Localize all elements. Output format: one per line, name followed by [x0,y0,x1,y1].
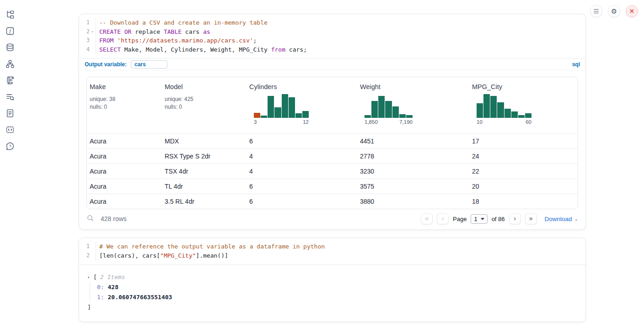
table-row[interactable]: Acura3.5 RL 4dr6388018 [87,194,578,209]
column-name: Weight [360,83,469,90]
line-gutter: 2▾ [79,27,96,37]
line-gutter: 4 [79,45,96,54]
table-cell: 3880 [357,198,469,205]
hist-min-label: 1,850 [365,119,378,125]
first-page-button[interactable]: « [421,213,433,224]
table-header-row: Makeunique: 38nulls: 0Modelunique: 425nu… [87,77,578,133]
entry-value: 428 [104,284,118,291]
table-cell: 20 [469,183,578,190]
download-label: Download [545,216,572,222]
tree-entries: 0: 4281: 20.060747663551403 [90,282,578,302]
code-line[interactable]: 4SELECT Make, Model, Cylinders, Weight, … [79,45,585,54]
histogram-bar [511,111,518,118]
column-header[interactable]: Weight1,8507,190 [357,83,469,133]
download-button[interactable]: Download ⌄ [545,216,578,222]
prev-page-button[interactable]: ‹ [437,213,449,224]
table-cell: Acura [87,137,162,145]
table-cell: 6 [247,137,357,145]
line-gutter: 1 [79,242,96,251]
search-icon[interactable] [86,214,94,224]
shutdown-button[interactable]: ✕ [626,5,638,17]
code-line[interactable]: 3FROM 'https://datasets.marimo.app/cars.… [79,36,585,45]
hist-min-label: 3 [254,119,257,125]
code-text: [len(cars), cars["MPG_City"].mean()] [96,251,228,260]
code-text: SELECT Make, Model, Cylinders, Weight, M… [96,45,307,54]
fold-chevron-icon[interactable]: ▾ [90,27,96,37]
output-variable-row: Output variable: sql [79,58,585,70]
snippets-icon[interactable] [5,125,15,134]
histogram-bar [365,115,371,118]
histogram-bar [477,103,483,118]
histogram-bar [274,107,281,118]
code-text: FROM 'https://datasets.marimo.app/cars.c… [96,36,257,45]
column-stats: unique: 38nulls: 0 [90,95,162,111]
histogram-bar [504,109,511,118]
histogram-bar [399,114,406,118]
menu-button[interactable] [590,5,602,17]
histogram-bar [289,97,295,118]
table-row[interactable]: AcuraRSX Type S 2dr4277824 [87,148,578,164]
table-cell: TL 4dr [162,183,247,190]
next-page-button[interactable]: › [509,213,521,224]
settings-button[interactable]: ⚙ [608,5,620,17]
table-cell: 3.5 RL 4dr [162,198,247,205]
column-header[interactable]: Makeunique: 38nulls: 0 [87,83,162,133]
datasources-icon[interactable] [5,43,15,52]
table-row[interactable]: AcuraTL 4dr6357520 [87,179,578,194]
histogram-bar [261,116,267,118]
code-line[interactable]: 1-- Download a CSV and create an in-memo… [79,18,585,27]
documentation-icon[interactable] [5,109,15,118]
code-text: -- Download a CSV and create an in-memor… [96,18,268,27]
svg-text:f: f [9,28,11,34]
table-cell: Acura [87,153,162,160]
tree-entry: 0: 428 [97,282,578,292]
column-histogram[interactable]: 1,8507,190 [365,94,413,125]
chevron-down-icon: ⌄ [574,217,578,222]
code-line[interactable]: 1# We can reference the output variable … [79,242,585,251]
table-row[interactable]: AcuraMDX6445117 [87,133,578,148]
code-text: CREATE OR replace TABLE cars as [96,27,210,37]
code-line[interactable]: 2[len(cars), cars["MPG_City"].mean()] [79,251,585,260]
dependency-graph-icon[interactable] [5,59,15,69]
hist-min-label: 10 [477,119,483,125]
entry-key: 1: [97,294,104,301]
column-histogram[interactable]: 1060 [477,94,531,125]
column-header[interactable]: MPG_City1060 [469,83,578,133]
histogram-bar [295,113,302,118]
row-count: 428 rows [101,215,127,222]
table-row[interactable]: AcuraTSX 4dr4323022 [87,164,578,179]
page-total-label: of 86 [492,216,505,222]
histogram-bar [254,113,260,118]
code-line[interactable]: 2▾CREATE OR replace TABLE cars as [79,27,585,37]
column-histogram[interactable]: 312 [254,94,309,125]
gear-icon: ⚙ [611,8,617,15]
chevrons-left-icon: « [425,215,429,222]
tracing-icon[interactable] [5,92,15,101]
last-page-button[interactable]: » [525,213,537,224]
page-select[interactable]: 1 [471,214,487,224]
histogram-bar [497,102,504,118]
table-cell: MDX [162,137,247,145]
help-icon[interactable]: ? [5,142,15,151]
tree-root[interactable]: ▾ [ 2 Items [87,272,578,282]
tree-entry: 1: 20.060747663551403 [97,292,578,302]
table-cell: 6 [247,198,357,205]
line-gutter: 3 [79,36,96,45]
functions-icon[interactable]: f [5,26,15,36]
table-cell: RSX Type S 2dr [162,153,247,160]
column-header[interactable]: Modelunique: 425nulls: 0 [162,83,247,133]
output-variable-input[interactable] [131,60,167,69]
column-name: Cylinders [249,83,357,90]
table-cell: 17 [469,137,578,145]
scratchpad-icon[interactable] [5,76,15,85]
sql-code-editor[interactable]: 1-- Download a CSV and create an in-memo… [79,14,585,58]
file-explorer-icon[interactable] [5,10,15,19]
python-code-editor[interactable]: 1# We can reference the output variable … [79,238,585,264]
column-header[interactable]: Cylinders312 [247,83,357,133]
chevron-down-icon [481,218,484,220]
column-stats: unique: 425nulls: 0 [165,95,247,111]
table-cell: 24 [469,153,578,160]
notebook-main: 1-- Download a CSV and create an in-memo… [79,14,586,322]
sql-cell: 1-- Download a CSV and create an in-memo… [79,14,586,230]
python-output: ▾ [ 2 Items 0: 4281: 20.060747663551403 … [79,264,585,322]
